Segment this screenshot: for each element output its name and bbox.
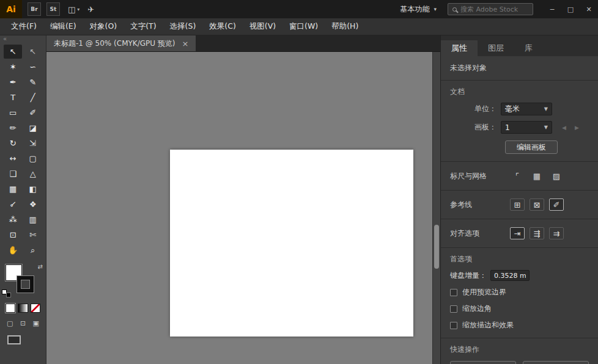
magic-wand-tool[interactable]: ✶ bbox=[4, 60, 22, 74]
draw-normal-icon[interactable]: ▢ bbox=[5, 319, 15, 328]
artboard[interactable] bbox=[170, 150, 413, 337]
swap-fill-stroke-icon[interactable]: ⇄ bbox=[38, 263, 43, 270]
scrollbar-thumb[interactable] bbox=[434, 225, 439, 269]
chevron-down-icon: ▾ bbox=[434, 6, 437, 12]
column-graph-tool[interactable]: ▥ bbox=[24, 213, 42, 227]
menu-edit[interactable]: 编辑(E) bbox=[43, 18, 83, 35]
edit-artboards-button[interactable]: 编辑画板 bbox=[505, 140, 558, 154]
menu-view[interactable]: 视图(V) bbox=[243, 18, 282, 35]
free-transform-tool[interactable]: ▢ bbox=[24, 151, 42, 166]
mesh-tool[interactable]: ▦ bbox=[4, 182, 22, 196]
checkbox[interactable] bbox=[450, 305, 457, 313]
menu-file[interactable]: 文件(F) bbox=[4, 18, 43, 35]
scale-corners-option[interactable]: 缩放边角 bbox=[450, 304, 589, 314]
share-button[interactable]: ✈ bbox=[87, 5, 94, 14]
color-mode-buttons bbox=[0, 299, 46, 314]
show-rulers-icon[interactable]: ⌜ bbox=[510, 170, 525, 182]
unit-value: 毫米 bbox=[505, 104, 520, 114]
tab-layers[interactable]: 图层 bbox=[478, 40, 514, 56]
shaper-tool[interactable]: ✏ bbox=[4, 121, 22, 135]
gradient-tool[interactable]: ◧ bbox=[24, 182, 42, 196]
adobe-stock-icon[interactable]: St bbox=[46, 2, 60, 16]
preferences-button[interactable]: 首选项 bbox=[523, 361, 589, 364]
preview-bounds-option[interactable]: 使用预览边界 bbox=[450, 287, 589, 297]
lasso-tool[interactable]: ∽ bbox=[24, 60, 42, 74]
smart-guides-icon[interactable]: ✐ bbox=[549, 198, 564, 211]
stock-search-box[interactable] bbox=[448, 3, 533, 15]
close-button[interactable]: ✕ bbox=[580, 0, 598, 18]
unit-dropdown[interactable]: 毫米 ▼ bbox=[501, 103, 552, 115]
snap-to-pixel-icon[interactable]: ⇉ bbox=[549, 227, 564, 239]
snap-options-row: 对齐选项 ⇥ ⇶ ⇉ bbox=[441, 219, 598, 248]
search-input[interactable] bbox=[460, 5, 528, 13]
shape-builder-tool[interactable]: ❑ bbox=[4, 167, 22, 181]
default-fill-stroke-icon[interactable] bbox=[2, 289, 11, 297]
eraser-tool[interactable]: ◪ bbox=[24, 121, 42, 135]
transparency-grid-icon[interactable]: ▨ bbox=[549, 170, 564, 182]
gradient-button[interactable] bbox=[18, 304, 28, 313]
menu-effect[interactable]: 效果(C) bbox=[202, 18, 242, 35]
unit-row: 单位： 毫米 ▼ bbox=[450, 103, 589, 115]
slice-tool[interactable]: ✄ bbox=[24, 228, 42, 242]
none-button[interactable] bbox=[31, 304, 40, 313]
snap-to-grid-icon[interactable]: ⇥ bbox=[510, 227, 525, 239]
workspace-menu[interactable]: 基本功能 ▾ bbox=[400, 4, 437, 15]
menu-window[interactable]: 窗口(W) bbox=[282, 18, 325, 35]
document-tab[interactable]: 未标题-1 @ 50% (CMYK/GPU 预览) × bbox=[46, 35, 196, 51]
stroke-color-swatch[interactable] bbox=[17, 276, 34, 293]
tab-properties[interactable]: 属性 bbox=[441, 40, 478, 56]
maximize-button[interactable]: □ bbox=[561, 0, 580, 18]
vertical-scrollbar[interactable] bbox=[432, 52, 440, 364]
menu-type[interactable]: 文字(T) bbox=[124, 18, 163, 35]
blend-tool[interactable]: ❖ bbox=[24, 197, 42, 211]
perspective-grid-tool[interactable]: △ bbox=[24, 167, 42, 181]
type-tool[interactable]: T bbox=[4, 90, 22, 104]
close-tab-icon[interactable]: × bbox=[182, 39, 189, 48]
search-icon bbox=[452, 7, 457, 12]
screen-mode-button[interactable] bbox=[7, 335, 21, 344]
menu-select[interactable]: 选择(S) bbox=[163, 18, 203, 35]
selection-tool[interactable]: ↖ bbox=[4, 45, 22, 59]
lock-guides-icon[interactable]: ⊠ bbox=[530, 198, 544, 211]
minimize-button[interactable]: ─ bbox=[543, 0, 561, 18]
checkbox[interactable] bbox=[450, 322, 457, 329]
symbol-sprayer-tool[interactable]: ⁂ bbox=[4, 213, 22, 227]
previous-artboard-icon[interactable]: ◀ bbox=[562, 125, 566, 131]
workspace-switcher-button[interactable]: ◫ ▾ bbox=[68, 5, 79, 14]
show-grid-icon[interactable]: ▦ bbox=[530, 170, 544, 182]
eyedropper-tool[interactable]: ⊸ bbox=[4, 197, 22, 211]
menu-object[interactable]: 对象(O) bbox=[83, 18, 124, 35]
scale-tool[interactable]: ⇲ bbox=[24, 136, 42, 150]
direct-selection-tool[interactable]: ↖ bbox=[24, 45, 42, 59]
menu-help[interactable]: 帮助(H) bbox=[325, 18, 365, 35]
next-artboard-icon[interactable]: ▶ bbox=[575, 125, 579, 131]
rectangle-tool[interactable]: ▭ bbox=[4, 106, 22, 120]
draw-inside-icon[interactable]: ▣ bbox=[31, 319, 41, 328]
artboard-label: 画板： bbox=[450, 122, 501, 133]
bridge-icon[interactable]: Br bbox=[28, 2, 41, 16]
zoom-tool[interactable]: ⌕ bbox=[24, 243, 42, 257]
draw-behind-icon[interactable]: ⊡ bbox=[18, 319, 28, 328]
snap-to-point-icon[interactable]: ⇶ bbox=[530, 227, 544, 239]
curvature-tool[interactable]: ✎ bbox=[24, 75, 42, 89]
properties-panel: 属性 图层 库 未选择对象 文档 单位： 毫米 ▼ 画板： 1 bbox=[440, 35, 598, 364]
show-guides-icon[interactable]: ⊞ bbox=[510, 198, 525, 211]
artboard-tool[interactable]: ⊡ bbox=[4, 228, 22, 242]
document-setup-button[interactable]: 文档设置 bbox=[450, 361, 516, 364]
rotate-tool[interactable]: ↻ bbox=[4, 136, 22, 150]
canvas-area[interactable] bbox=[46, 52, 440, 364]
keyboard-increment-label: 键盘增量： bbox=[450, 271, 487, 281]
artboard-dropdown[interactable]: 1 ▼ bbox=[501, 121, 552, 134]
color-button[interactable] bbox=[6, 304, 15, 313]
scale-strokes-effects-option[interactable]: 缩放描边和效果 bbox=[450, 320, 589, 330]
line-segment-tool[interactable]: ╱ bbox=[24, 90, 42, 104]
paintbrush-tool[interactable]: ✐ bbox=[24, 106, 42, 120]
pen-tool[interactable]: ✒ bbox=[4, 75, 22, 89]
width-tool[interactable]: ↔ bbox=[4, 151, 22, 166]
keyboard-increment-input[interactable] bbox=[490, 270, 530, 281]
tab-libraries[interactable]: 库 bbox=[514, 40, 543, 56]
checkbox[interactable] bbox=[450, 289, 457, 296]
hand-tool[interactable]: ✋ bbox=[4, 243, 22, 257]
collapse-toolbar-button[interactable]: « bbox=[0, 35, 46, 43]
document-section: 文档 单位： 毫米 ▼ 画板： 1 ▼ ◀ ▶ bbox=[441, 81, 598, 162]
